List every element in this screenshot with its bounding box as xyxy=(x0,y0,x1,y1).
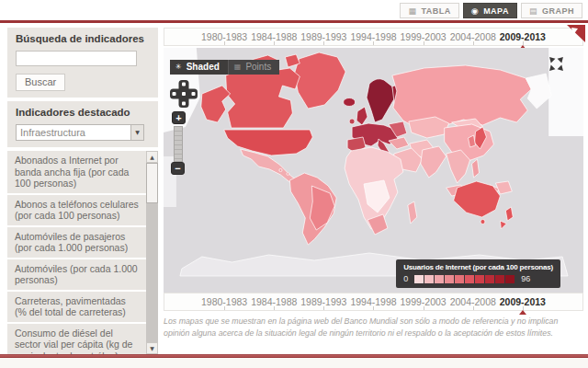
points-toggle-button[interactable]: ▦ Points xyxy=(228,60,279,75)
period-1989-1993[interactable]: 1989-1993 xyxy=(300,29,346,45)
pan-right-icon xyxy=(192,92,196,96)
period-label: 1994-1998 xyxy=(350,296,396,307)
chevron-down-icon[interactable]: ▼ xyxy=(130,125,143,140)
indicator-item[interactable]: Abonados a Internet por banda ancha fija… xyxy=(7,151,146,195)
period-label: 1994-1998 xyxy=(350,31,396,42)
zoom-in-button[interactable]: + xyxy=(172,111,186,124)
period-label: 2009-2013 xyxy=(500,31,546,42)
tab-tabla[interactable]: ▦TABLA xyxy=(400,3,458,18)
legend-color-bar xyxy=(414,275,514,283)
indicator-list-scrollbar[interactable]: ▲ ▼ xyxy=(146,151,158,354)
period-1984-1988[interactable]: 1984-1988 xyxy=(251,29,297,45)
pan-up-icon xyxy=(182,83,186,86)
scrollbar-track[interactable] xyxy=(146,203,158,342)
points-label: Points xyxy=(245,62,271,72)
search-panel-title: Búsqueda de indicadores xyxy=(16,33,150,44)
chart-icon: ▤ xyxy=(529,6,537,16)
sun-icon: ✳ xyxy=(175,63,182,71)
tab-mapa[interactable]: ◉MAPA xyxy=(463,3,517,18)
sidebar: Búsqueda de indicadores Buscar Indicador… xyxy=(7,28,158,354)
legend-segment xyxy=(455,275,464,283)
world-map-svg[interactable] xyxy=(164,48,583,293)
world-map[interactable]: ✳ Shaded ▦ Points xyxy=(164,48,583,293)
period-label: 1989-1993 xyxy=(300,31,346,42)
tab-graph[interactable]: ▤GRAPH xyxy=(521,3,582,18)
top-bar: ▦TABLA◉MAPA▤GRAPH xyxy=(0,0,588,20)
indicator-list: Abonados a Internet por banda ancha fija… xyxy=(7,151,146,354)
legend-segment xyxy=(465,275,474,283)
period-1989-1993[interactable]: 1989-1993 xyxy=(300,293,346,310)
featured-panel-title: Indicadores destacado xyxy=(16,107,150,118)
featured-panel: Indicadores destacado Infraestructura ▼ xyxy=(7,101,158,147)
pan-dpad[interactable] xyxy=(170,80,198,108)
header-divider xyxy=(0,20,588,23)
legend-segment xyxy=(495,275,504,283)
zoom-slider[interactable] xyxy=(174,126,183,162)
scroll-down-icon[interactable]: ▼ xyxy=(146,342,158,354)
indicator-item[interactable]: Abonos a teléfonos celulares (por cada 1… xyxy=(7,195,146,227)
period-label: 1980-1983 xyxy=(201,296,247,307)
view-tabs: ▦TABLA◉MAPA▤GRAPH xyxy=(400,3,582,18)
period-1999-2003[interactable]: 1999-2003 xyxy=(401,29,447,45)
search-input[interactable] xyxy=(16,51,137,66)
tab-label: GRAPH xyxy=(542,6,574,16)
period-label: 2004-2008 xyxy=(450,296,496,307)
period-label: 1984-1988 xyxy=(251,296,297,307)
period-2009-2013-selected[interactable]: 2009-2013 xyxy=(500,29,546,45)
period-timeline-top: 1980-19831984-19881989-19931994-19981999… xyxy=(164,28,583,46)
indicator-item[interactable]: Automóviles de pasajeros (por cada 1.000… xyxy=(7,227,146,259)
content-area: Búsqueda de indicadores Buscar Indicador… xyxy=(7,28,583,354)
indicator-item[interactable]: Automóviles (por cada 1.000 personas) xyxy=(7,259,146,292)
legend-segment xyxy=(424,275,434,283)
period-timeline-bottom: 1980-19831984-19881989-19931994-19981999… xyxy=(164,293,583,311)
map-section: 1980-19831984-19881989-19931994-19981999… xyxy=(164,28,583,354)
legend-max: 96 xyxy=(521,274,530,283)
search-button[interactable]: Buscar xyxy=(16,74,65,91)
legend-min: 0 xyxy=(403,274,408,283)
map-view-toggle: ✳ Shaded ▦ Points xyxy=(170,60,279,75)
period-2004-2008[interactable]: 2004-2008 xyxy=(450,29,496,45)
globe-icon: ◉ xyxy=(471,6,479,16)
footer-strip xyxy=(0,358,588,368)
period-label: 1999-2003 xyxy=(401,31,447,42)
pan-down-icon xyxy=(182,102,186,106)
shaded-toggle-button[interactable]: ✳ Shaded xyxy=(170,60,228,75)
period-label: 1980-1983 xyxy=(201,31,247,42)
period-1980-1983[interactable]: 1980-1983 xyxy=(201,29,247,45)
corner-flag-icon[interactable] xyxy=(567,25,585,43)
category-dropdown-value: Infraestructura xyxy=(17,125,130,140)
legend-segment xyxy=(475,275,484,283)
period-label: 1989-1993 xyxy=(300,296,346,307)
indicator-item[interactable]: Carreteras, pavimentadas (% del total de… xyxy=(7,292,146,324)
table-icon: ▦ xyxy=(408,6,416,16)
category-dropdown[interactable]: Infraestructura ▼ xyxy=(16,124,144,141)
legend-segment xyxy=(445,275,454,283)
shaded-label: Shaded xyxy=(187,62,220,72)
legend-segment xyxy=(485,275,494,283)
map-legend: Usuarios de Internet (por cada 100 perso… xyxy=(396,259,560,288)
grid-icon: ▦ xyxy=(234,63,242,71)
period-label: 2009-2013 xyxy=(500,296,546,307)
legend-segment xyxy=(435,275,444,283)
legend-title: Usuarios de Internet (por cada 100 perso… xyxy=(403,263,553,271)
tab-label: MAPA xyxy=(483,6,509,16)
period-1984-1988[interactable]: 1984-1988 xyxy=(251,293,297,310)
selected-period-marker xyxy=(519,310,526,315)
scroll-up-icon[interactable]: ▲ xyxy=(146,151,158,163)
period-2004-2008[interactable]: 2004-2008 xyxy=(450,293,496,310)
period-label: 1999-2003 xyxy=(401,296,447,307)
worldbank-data-page: ▦TABLA◉MAPA▤GRAPH Búsqueda de indicadore… xyxy=(0,0,588,368)
period-2009-2013-selected[interactable]: 2009-2013 xyxy=(500,293,546,310)
map-disclaimer: Los mapas que se muestran en la página w… xyxy=(164,316,575,339)
period-1999-2003[interactable]: 1999-2003 xyxy=(401,293,447,310)
fullscreen-icon[interactable] xyxy=(548,56,564,72)
period-1980-1983[interactable]: 1980-1983 xyxy=(201,293,247,310)
search-panel: Búsqueda de indicadores Buscar xyxy=(7,28,158,98)
indicator-item[interactable]: Consumo de diésel del sector vial per cá… xyxy=(7,324,146,355)
zoom-out-button[interactable]: − xyxy=(171,162,185,175)
scrollbar-thumb[interactable] xyxy=(146,163,158,203)
period-1994-1998[interactable]: 1994-1998 xyxy=(350,293,396,310)
pan-center-icon xyxy=(182,92,186,96)
indicator-list-container: Abonados a Internet por banda ancha fija… xyxy=(7,151,158,354)
period-1994-1998[interactable]: 1994-1998 xyxy=(350,29,396,45)
